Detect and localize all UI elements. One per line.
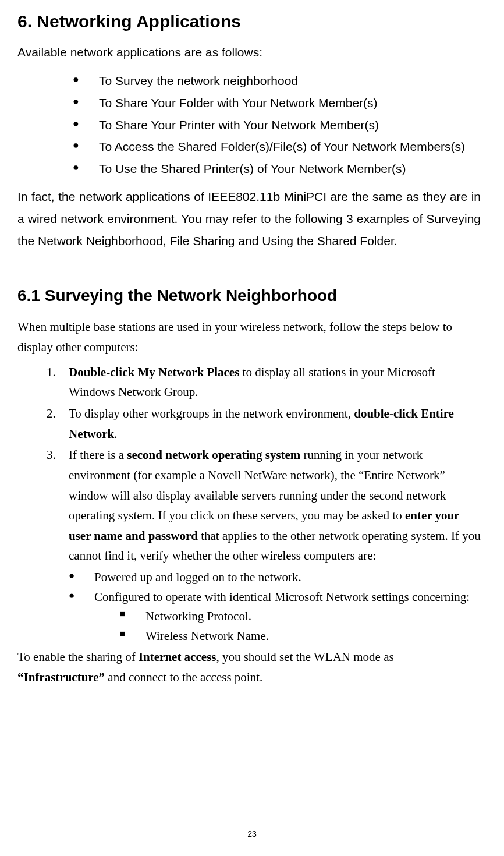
bold-text: Internet access bbox=[139, 650, 216, 664]
list-item: To Use the Shared Printer(s) of Your Net… bbox=[73, 158, 481, 180]
inner-square-list: Networking Protocol. Wireless Network Na… bbox=[120, 607, 481, 646]
step-item: To display other workgroups in the netwo… bbox=[47, 404, 481, 444]
bold-text: second network operating system bbox=[127, 448, 300, 462]
list-text: Configured to operate with identical Mic… bbox=[94, 590, 470, 604]
numbered-steps: Double-click My Network Places to displa… bbox=[47, 362, 481, 646]
list-item: Configured to operate with identical Mic… bbox=[69, 588, 481, 646]
section-heading: 6. Networking Applications bbox=[17, 12, 481, 31]
step-item: If there is a second network operating s… bbox=[47, 445, 481, 646]
page-number: 23 bbox=[247, 829, 257, 839]
body-paragraph: In fact, the network applications of IEE… bbox=[17, 186, 481, 252]
step-item: Double-click My Network Places to displa… bbox=[47, 362, 481, 402]
text-segment: , you should set the WLAN mode as bbox=[216, 650, 393, 664]
list-item: To Share Your Folder with Your Network M… bbox=[73, 92, 481, 114]
list-item: To Access the Shared Folder(s)/File(s) o… bbox=[73, 136, 481, 158]
intro-paragraph: Available network applications are as fo… bbox=[17, 45, 481, 59]
bold-text: Double-click My Network Places bbox=[69, 365, 239, 379]
step-text: If there is a bbox=[69, 448, 127, 462]
list-item: Networking Protocol. bbox=[120, 607, 481, 627]
subsection-intro: When multiple base stations are used in … bbox=[17, 317, 481, 357]
inner-bullet-list: Powered up and logged on to the network.… bbox=[69, 568, 481, 646]
step-text: To display other workgroups in the netwo… bbox=[69, 406, 354, 420]
subsection-heading: 6.1 Surveying the Network Neighborhood bbox=[17, 286, 481, 305]
feature-bullet-list: To Survey the network neighborhood To Sh… bbox=[73, 70, 481, 180]
list-item: Powered up and logged on to the network. bbox=[69, 568, 481, 588]
text-segment: To enable the sharing of bbox=[17, 650, 139, 664]
closing-paragraph: To enable the sharing of Internet access… bbox=[17, 647, 481, 687]
step-text: . bbox=[114, 427, 117, 441]
list-item: To Survey the network neighborhood bbox=[73, 70, 481, 92]
list-item: To Share Your Printer with Your Network … bbox=[73, 114, 481, 136]
text-segment: and connect to the access point. bbox=[105, 670, 262, 684]
list-item: Wireless Network Name. bbox=[120, 627, 481, 646]
bold-text: “Infrastructure” bbox=[17, 670, 105, 684]
